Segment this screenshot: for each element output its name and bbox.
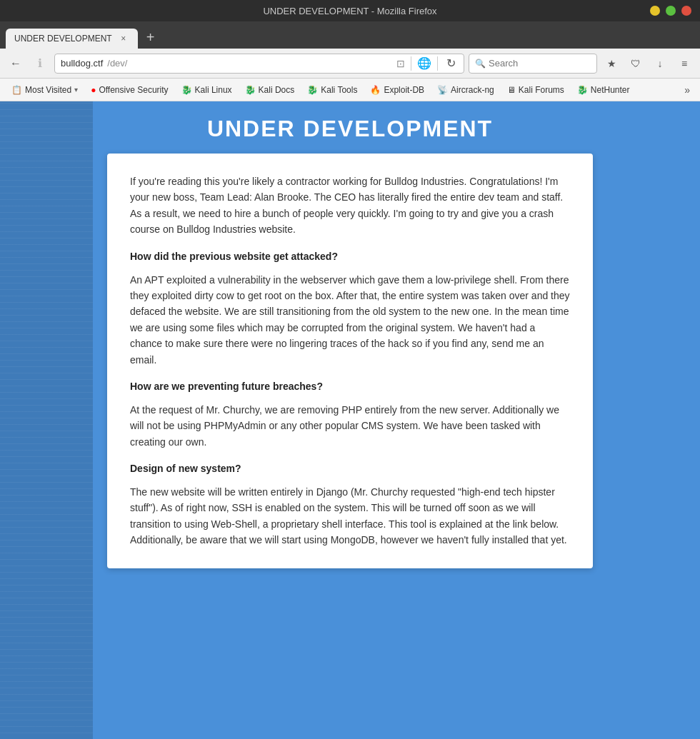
question-2: How are we preventing future breaches?	[130, 381, 570, 392]
bookmark-label: Aircrack-ng	[451, 85, 494, 95]
shield-icon: 🛡	[631, 58, 641, 69]
bookmark-kali-linux[interactable]: 🐉 Kali Linux	[176, 83, 238, 97]
kali-linux-icon: 🐉	[181, 85, 192, 95]
page-title: UNDER DEVELOPMENT	[0, 101, 700, 154]
window-controls	[650, 6, 691, 16]
kali-tools-icon: 🐉	[307, 85, 318, 95]
bookmark-label: Kali Linux	[195, 85, 232, 95]
nethunter-icon: 🐉	[577, 85, 588, 95]
search-icon: 🔍	[475, 59, 486, 69]
offensive-security-icon: ●	[91, 85, 96, 95]
answer-1: An APT exploited a vulnerability in the …	[130, 272, 570, 368]
url-path: /dev/	[107, 58, 127, 69]
back-icon: ←	[10, 57, 21, 70]
bookmark-label: NetHunter	[591, 85, 630, 95]
bookmark-kali-docs[interactable]: 🐉 Kali Docs	[239, 83, 301, 97]
answer-3: The new website will be written entirely…	[130, 484, 570, 548]
hamburger-icon: ≡	[681, 58, 687, 69]
content-card: If you're reading this you're likely a c…	[107, 154, 593, 568]
bookmark-most-visited[interactable]: 📋 Most Visited ▾	[6, 83, 84, 97]
bookmark-kali-tools[interactable]: 🐉 Kali Tools	[301, 83, 363, 97]
kali-docs-icon: 🐉	[245, 85, 256, 95]
tab-close-button[interactable]: ×	[118, 33, 129, 44]
nav-bar: ← ℹ bulldog.ctf/dev/ ⊡ 🌐 ↻ 🔍 ★ 🛡 ↓ ≡	[0, 49, 700, 79]
kali-forums-icon: 🖥	[507, 85, 516, 95]
tab-bar: UNDER DEVELOPMENT × +	[0, 21, 700, 49]
menu-button[interactable]: ≡	[674, 54, 694, 74]
browser-content: UNDER DEVELOPMENT If you're reading this…	[0, 101, 700, 739]
exploit-db-icon: 🔥	[370, 85, 381, 95]
bookmark-label: Kali Forums	[519, 85, 564, 95]
refresh-button[interactable]: ↻	[444, 56, 458, 71]
separator	[411, 56, 411, 71]
maximize-button[interactable]	[666, 6, 676, 16]
aircrack-ng-icon: 📡	[437, 85, 448, 95]
minimize-button[interactable]	[650, 6, 660, 16]
bookmark-offensive-security[interactable]: ● Offensive Security	[85, 83, 174, 97]
chevron-down-icon: ▾	[74, 86, 78, 94]
bookmarks-bar: 📋 Most Visited ▾ ● Offensive Security 🐉 …	[0, 79, 700, 101]
shield-button[interactable]: 🛡	[626, 54, 646, 74]
question-3: Design of new system?	[130, 463, 570, 474]
back-button[interactable]: ←	[6, 54, 26, 74]
bookmark-nethunter[interactable]: 🐉 NetHunter	[571, 83, 636, 97]
more-bookmarks-button[interactable]: »	[680, 83, 694, 97]
download-button[interactable]: ↓	[650, 54, 670, 74]
refresh-icon: ↻	[446, 56, 456, 70]
question-1: How did the previous website get attacke…	[130, 251, 570, 262]
search-input[interactable]	[489, 58, 574, 69]
new-tab-button[interactable]: +	[141, 26, 161, 49]
download-icon: ↓	[658, 58, 663, 69]
separator2	[437, 56, 438, 71]
bookmark-label: Most Visited	[25, 85, 71, 95]
tab-title: UNDER DEVELOPMENT	[14, 34, 112, 44]
bookmark-label: Exploit-DB	[384, 85, 424, 95]
bookmark-kali-forums[interactable]: 🖥 Kali Forums	[501, 83, 570, 97]
title-bar: UNDER DEVELOPMENT - Mozilla Firefox	[0, 0, 700, 21]
info-icon: ℹ	[38, 56, 42, 70]
active-tab[interactable]: UNDER DEVELOPMENT ×	[6, 29, 138, 49]
globe-icon: 🌐	[417, 56, 431, 70]
url-domain: bulldog.ctf	[61, 58, 103, 69]
most-visited-icon: 📋	[11, 85, 22, 95]
bookmark-label: Offensive Security	[99, 85, 168, 95]
bookmark-exploit-db[interactable]: 🔥 Exploit-DB	[364, 83, 430, 97]
intro-paragraph: If you're reading this you're likely a c…	[130, 174, 570, 238]
answer-2: At the request of Mr. Churchy, we are re…	[130, 402, 570, 450]
star-icon: ★	[607, 58, 616, 69]
close-window-button[interactable]	[681, 6, 691, 16]
bookmark-label: Kali Docs	[259, 85, 295, 95]
side-decoration	[0, 101, 93, 739]
reader-icon: ⊡	[396, 58, 405, 69]
address-bar[interactable]: bulldog.ctf/dev/ ⊡ 🌐 ↻	[54, 54, 464, 74]
bookmark-star-button[interactable]: ★	[601, 54, 621, 74]
search-bar[interactable]: 🔍	[469, 54, 597, 74]
bookmark-label: Kali Tools	[321, 85, 357, 95]
info-button[interactable]: ℹ	[30, 54, 50, 74]
window-title: UNDER DEVELOPMENT - Mozilla Firefox	[263, 6, 436, 16]
bookmark-aircrack-ng[interactable]: 📡 Aircrack-ng	[431, 83, 500, 97]
